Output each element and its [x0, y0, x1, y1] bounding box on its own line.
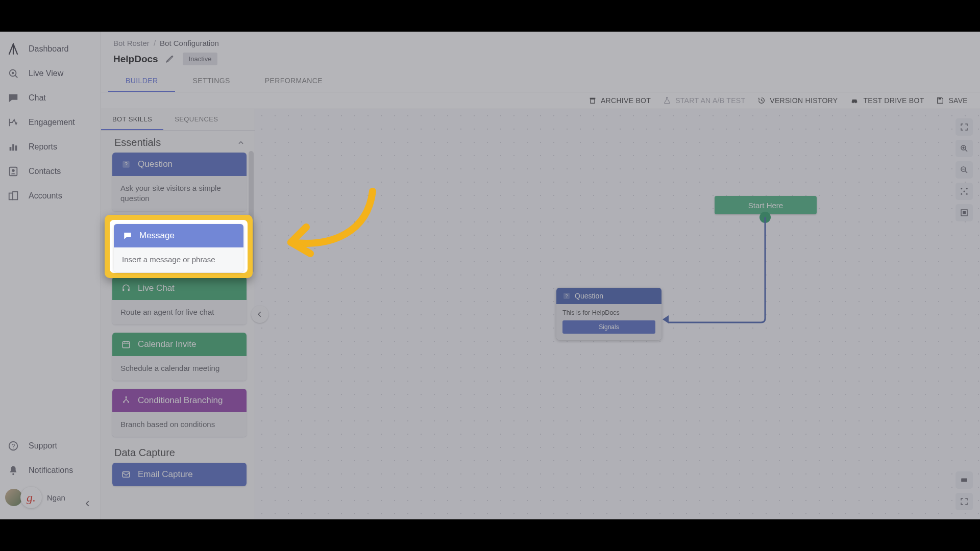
card-desc: Branch based on conditions — [112, 412, 247, 437]
nav-item-support[interactable]: ? Support — [0, 434, 101, 458]
skill-card-message[interactable]: Message Insert a message or phrase — [114, 224, 243, 272]
skill-card-question[interactable]: ? Question Ask your site visitors a simp… — [112, 153, 247, 211]
nav-label: Contacts — [29, 167, 61, 176]
card-desc: Insert a message or phrase — [114, 247, 243, 272]
svg-point-24 — [128, 402, 129, 403]
letterbox-top — [0, 0, 980, 32]
svg-point-6 — [12, 169, 15, 172]
svg-rect-8 — [13, 192, 17, 200]
connector-arrowhead — [663, 315, 669, 323]
nav-label: Engagement — [29, 118, 75, 127]
version-label: VERSION HISTORY — [770, 96, 838, 105]
nav-list: Dashboard Live View Chat Engagement — [0, 37, 101, 208]
sidebar-collapse-button[interactable] — [82, 498, 93, 509]
ab-test-button[interactable]: START AN A/B TEST — [663, 96, 745, 105]
action-bar: ARCHIVE BOT START AN A/B TEST VERSION HI… — [101, 92, 980, 109]
workspace: BOT SKILLS SEQUENCES Essentials ? Questi… — [101, 109, 980, 519]
chevron-up-icon — [237, 139, 244, 146]
canvas-controls-top — [955, 118, 973, 221]
breadcrumb-root[interactable]: Bot Roster — [113, 39, 150, 47]
svg-rect-13 — [591, 99, 595, 103]
archive-label: ARCHIVE BOT — [601, 96, 651, 105]
branch-icon — [120, 395, 132, 406]
nav-item-accounts[interactable]: Accounts — [0, 184, 101, 208]
skill-card-email-capture[interactable]: Email Capture — [112, 463, 247, 486]
grid-snap-button[interactable] — [955, 204, 973, 221]
nav-label: Live View — [29, 69, 63, 78]
zoom-out-button[interactable] — [955, 161, 973, 179]
card-title: Conditional Branching — [138, 395, 223, 406]
nav-item-chat[interactable]: Chat — [0, 86, 101, 110]
start-node-port[interactable] — [760, 212, 771, 223]
bell-icon — [7, 464, 19, 477]
skill-tabs: BOT SKILLS SEQUENCES — [101, 109, 255, 131]
version-history-button[interactable]: VERSION HISTORY — [757, 96, 838, 105]
archive-bot-button[interactable]: ARCHIVE BOT — [589, 96, 651, 105]
sidebar: Dashboard Live View Chat Engagement — [0, 32, 101, 519]
nav-item-contacts[interactable]: Contacts — [0, 159, 101, 184]
card-desc: Route an agent for live chat — [112, 300, 247, 324]
skill-card-live-chat[interactable]: Live Chat Route an agent for live chat — [112, 277, 247, 324]
test-drive-button[interactable]: TEST DRIVE BOT — [850, 96, 924, 105]
contacts-icon — [7, 165, 19, 178]
card-title: Question — [138, 159, 173, 169]
question-node-button[interactable]: Signals — [562, 320, 655, 334]
fullscreen-button[interactable] — [955, 493, 973, 510]
g-badge: g. — [20, 487, 42, 508]
letterbox-bottom — [0, 519, 980, 551]
svg-text:?: ? — [125, 161, 128, 167]
svg-point-31 — [961, 188, 962, 189]
flow-canvas[interactable]: Start Here ? Question This is for HelpDo… — [255, 109, 980, 519]
svg-rect-36 — [963, 211, 966, 214]
nav-label: Accounts — [29, 191, 62, 201]
svg-rect-7 — [9, 193, 13, 200]
svg-rect-37 — [961, 479, 967, 482]
fit-screen-button[interactable] — [955, 118, 973, 136]
tab-sequences[interactable]: SEQUENCES — [163, 109, 229, 130]
nav-item-notifications[interactable]: Notifications — [0, 458, 101, 483]
zoom-in-button[interactable] — [955, 140, 973, 157]
svg-rect-25 — [122, 472, 130, 478]
breadcrumb-current: Bot Configuration — [160, 39, 219, 47]
nav-item-dashboard[interactable]: Dashboard — [0, 37, 101, 61]
svg-point-22 — [126, 396, 127, 398]
nav-item-reports[interactable]: Reports — [0, 135, 101, 159]
edit-name-button[interactable] — [165, 54, 176, 64]
svg-rect-21 — [122, 342, 130, 348]
headset-icon — [120, 283, 132, 294]
keyboard-button[interactable] — [955, 471, 973, 489]
tab-settings[interactable]: SETTINGS — [175, 70, 247, 92]
tab-builder[interactable]: BUILDER — [108, 70, 175, 92]
svg-point-32 — [966, 188, 968, 189]
nav-label: Support — [29, 441, 57, 450]
user-name: Ngan — [47, 493, 65, 502]
chat-icon — [7, 92, 19, 104]
nav-label: Dashboard — [29, 44, 68, 54]
skill-card-conditional[interactable]: Conditional Branching Branch based on co… — [112, 389, 247, 437]
mail-icon — [120, 469, 132, 480]
skill-card-calendar[interactable]: Calendar Invite Schedule a calendar meet… — [112, 333, 247, 381]
save-icon — [936, 96, 944, 105]
nav-label: Reports — [29, 142, 57, 152]
nav-label: Notifications — [29, 466, 73, 475]
svg-text:?: ? — [566, 293, 568, 298]
auto-layout-button[interactable] — [955, 183, 973, 200]
section-data-capture[interactable]: Data Capture — [112, 445, 247, 463]
panel-collapse-button[interactable] — [251, 306, 268, 323]
svg-point-11 — [12, 473, 14, 475]
section-label: Essentials — [114, 137, 161, 148]
svg-rect-16 — [939, 98, 941, 99]
save-button[interactable]: SAVE — [936, 96, 968, 105]
question-node[interactable]: ? Question This is for HelpDocs Signals — [556, 288, 662, 340]
tab-bot-skills[interactable]: BOT SKILLS — [101, 109, 163, 130]
section-essentials[interactable]: Essentials — [112, 135, 247, 153]
skill-list[interactable]: Essentials ? Question Ask your site visi… — [101, 131, 255, 519]
card-title: Live Chat — [138, 283, 175, 293]
breadcrumb-separator: / — [154, 39, 156, 47]
nav-item-engagement[interactable]: Engagement — [0, 110, 101, 135]
question-icon: ? — [562, 292, 571, 300]
tab-performance[interactable]: PERFORMANCE — [248, 70, 340, 92]
title-row: HelpDocs Inactive — [101, 49, 980, 70]
svg-point-34 — [966, 193, 968, 195]
nav-item-live-view[interactable]: Live View — [0, 61, 101, 86]
